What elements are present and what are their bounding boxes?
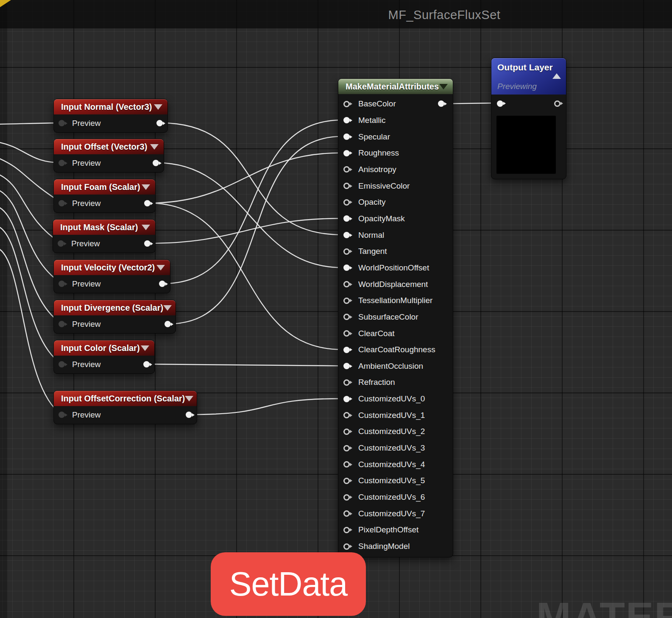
preview-output-pin[interactable]: [143, 361, 150, 367]
wire[interactable]: [0, 158, 62, 203]
graph-canvas[interactable]: MF_SurfaceFluxSet MATERIAL Input Normal …: [0, 0, 672, 618]
wire[interactable]: [148, 364, 342, 366]
expand-chevron-icon[interactable]: [552, 73, 561, 79]
collapse-chevron-icon[interactable]: [150, 144, 159, 150]
output-layer-header[interactable]: Output LayerPreviewing: [491, 58, 566, 95]
collapse-chevron-icon[interactable]: [156, 265, 165, 270]
input-node-header[interactable]: Input Offset (Vector3): [54, 139, 164, 154]
customizeduvs_5-input-pin[interactable]: [343, 478, 350, 484]
collapse-chevron-icon[interactable]: [163, 305, 172, 311]
collapse-chevron-icon[interactable]: [142, 184, 150, 190]
anisotropy-input-pin[interactable]: [343, 166, 350, 173]
customizeduvs_0-input-pin[interactable]: [343, 396, 350, 402]
wire[interactable]: [148, 218, 342, 243]
preview-output-pin[interactable]: [186, 412, 192, 418]
customizeduvs_1-input-pin[interactable]: [343, 412, 350, 418]
shadingmodel-input-pin[interactable]: [343, 543, 350, 550]
preview-pin-label: Preview: [72, 119, 156, 128]
output-layer-input-pin[interactable]: [497, 100, 503, 107]
input-node-header[interactable]: Input Foam (Scalar): [54, 179, 155, 195]
wire[interactable]: [0, 174, 61, 243]
preview-output-pin[interactable]: [144, 200, 151, 206]
input-node[interactable]: Input Foam (Scalar)Preview: [53, 179, 156, 213]
wire[interactable]: [148, 203, 342, 350]
input-node-body: Preview: [53, 235, 155, 252]
clearcoatroughness-input-pin[interactable]: [343, 347, 350, 353]
ambientocclusion-input-pin[interactable]: [343, 363, 350, 369]
input-node[interactable]: Input Divergence (Scalar)Preview: [53, 300, 176, 334]
output-layer-node[interactable]: Output LayerPreviewing: [491, 58, 566, 179]
preview-output-pin[interactable]: [144, 240, 151, 247]
output-layer-output-pin[interactable]: [554, 100, 560, 107]
roughness-input-pin[interactable]: [343, 150, 350, 156]
wire[interactable]: [163, 120, 342, 284]
tessellationmultiplier-input-pin[interactable]: [343, 298, 350, 304]
worldpositionoffset-input-pin[interactable]: [343, 264, 350, 271]
specular-input-pin[interactable]: [343, 134, 350, 140]
normal-input-pin[interactable]: [343, 232, 350, 238]
make-material-attributes-header[interactable]: MakeMaterialAttributes: [338, 79, 453, 94]
subsurfacecolor-input-pin[interactable]: [343, 314, 350, 320]
wire[interactable]: [161, 123, 342, 235]
input-node-header[interactable]: Input Color (Scalar): [54, 340, 154, 356]
clearcoat-input-pin[interactable]: [343, 330, 350, 337]
tangent-input-pin[interactable]: [343, 248, 350, 255]
customizeduvs_4-input-pin[interactable]: [343, 461, 350, 468]
collapse-chevron-icon[interactable]: [142, 225, 150, 230]
wire[interactable]: [446, 103, 496, 104]
preview-input-pin[interactable]: [59, 281, 65, 287]
customizeduvs_7-input-pin[interactable]: [343, 510, 350, 517]
preview-input-pin[interactable]: [58, 240, 64, 247]
customizeduvs_6-input-pin[interactable]: [343, 494, 350, 501]
input-node[interactable]: Input Offset (Vector3)Preview: [53, 139, 164, 173]
collapse-chevron-icon[interactable]: [154, 104, 162, 110]
input-node-header[interactable]: Input OffsetCorrection (Scalar): [54, 391, 197, 406]
wire[interactable]: [0, 123, 62, 124]
collapse-chevron-icon[interactable]: [439, 84, 448, 89]
preview-input-pin[interactable]: [59, 160, 65, 166]
preview-output-pin[interactable]: [159, 281, 165, 287]
preview-input-pin[interactable]: [59, 321, 65, 327]
input-node-header[interactable]: Input Mask (Scalar): [53, 220, 155, 235]
wire[interactable]: [157, 163, 342, 267]
attribute-pin-row: Roughness: [338, 145, 453, 161]
preview-input-pin[interactable]: [59, 361, 65, 367]
opacity-input-pin[interactable]: [343, 199, 350, 206]
pixeldepthoffset-input-pin[interactable]: [343, 527, 350, 533]
metallic-input-pin[interactable]: [343, 117, 350, 123]
wire[interactable]: [148, 153, 342, 203]
input-node[interactable]: Input Mask (Scalar)Preview: [53, 219, 156, 253]
set-data-badge[interactable]: SetData: [211, 552, 366, 616]
customizeduvs_2-input-pin[interactable]: [343, 429, 350, 435]
basecolor-input-pin[interactable]: [343, 101, 350, 107]
wire[interactable]: [0, 248, 62, 415]
input-node-header[interactable]: Input Divergence (Scalar): [54, 300, 176, 315]
make-material-attributes-node[interactable]: MakeMaterialAttributesBaseColorMetallicS…: [338, 78, 453, 557]
preview-input-pin[interactable]: [59, 412, 65, 418]
preview-output-pin[interactable]: [153, 160, 159, 166]
wire[interactable]: [169, 136, 342, 324]
preview-output-pin[interactable]: [156, 120, 163, 126]
refraction-input-pin[interactable]: [343, 379, 350, 386]
attributes-output-pin[interactable]: [438, 100, 444, 107]
preview-output-pin[interactable]: [165, 321, 171, 327]
attribute-pin-label: CustomizedUVs_4: [358, 460, 425, 469]
preview-input-pin[interactable]: [59, 120, 65, 126]
input-node-body: Preview: [54, 356, 154, 373]
customizeduvs_3-input-pin[interactable]: [343, 445, 350, 451]
wire[interactable]: [190, 398, 342, 415]
preview-input-pin[interactable]: [59, 200, 65, 206]
collapse-chevron-icon[interactable]: [185, 396, 193, 401]
input-node[interactable]: Input Velocity (Vector2)Preview: [53, 259, 170, 293]
opacitymask-input-pin[interactable]: [343, 215, 350, 222]
input-node[interactable]: Input OffsetCorrection (Scalar)Preview: [53, 390, 197, 424]
input-node[interactable]: Input Color (Scalar)Preview: [53, 340, 155, 374]
emissivecolor-input-pin[interactable]: [343, 183, 350, 189]
preview-pin-label: Preview: [72, 279, 159, 289]
input-node-header[interactable]: Input Normal (Vector3): [54, 99, 167, 114]
wire[interactable]: [0, 142, 62, 163]
input-node-header[interactable]: Input Velocity (Vector2): [54, 260, 170, 275]
collapse-chevron-icon[interactable]: [141, 345, 149, 351]
input-node[interactable]: Input Normal (Vector3)Preview: [53, 99, 168, 133]
worlddisplacement-input-pin[interactable]: [343, 281, 350, 287]
